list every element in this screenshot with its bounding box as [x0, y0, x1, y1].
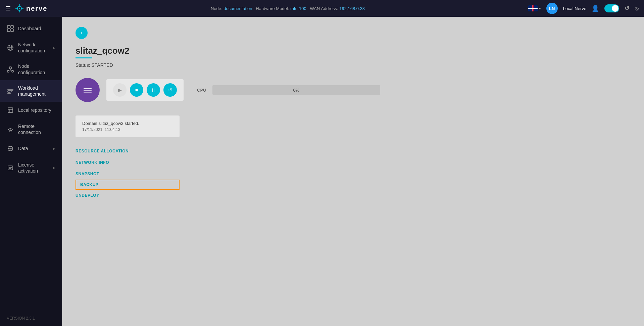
play-button[interactable]: ▶ — [113, 83, 127, 97]
topbar-info: Node: documentation Hardware Model: mfn-… — [51, 6, 524, 11]
title-underline — [76, 57, 92, 58]
svg-rect-16 — [12, 71, 13, 72]
sidebar-item-license-activation[interactable]: License activation ▶ — [0, 157, 62, 179]
chevron-left-icon: ‹ — [81, 30, 82, 36]
toggle-switch[interactable] — [604, 4, 619, 12]
remote-icon — [7, 126, 14, 133]
node-value[interactable]: documentation — [224, 6, 252, 11]
resource-allocation-link[interactable]: RESOURCE ALLOCATION — [76, 145, 180, 157]
svg-rect-33 — [84, 92, 92, 93]
undeploy-link[interactable]: UNDEPLOY — [76, 190, 180, 201]
pause-icon: ⏸ — [151, 87, 156, 93]
controls-area: ▶ ■ ⏸ ↺ — [76, 78, 184, 102]
sidebar: Dashboard Network configuration ▶ — [0, 17, 62, 326]
network-icon — [7, 44, 14, 51]
license-icon — [7, 164, 14, 172]
svg-rect-10 — [11, 29, 13, 32]
ln-badge: LN — [546, 3, 558, 14]
sidebar-item-label: Network configuration — [18, 42, 49, 54]
local-nerve-label: Local Nerve — [563, 6, 586, 11]
hardware-label: Hardware Model: — [256, 6, 289, 11]
main-content: ‹ slitaz_qcow2 Status: STARTED — [62, 17, 644, 326]
status-text: Status: STARTED — [76, 62, 631, 68]
stop-button[interactable]: ■ — [130, 83, 143, 97]
node-icon — [7, 66, 14, 73]
sidebar-item-dashboard[interactable]: Dashboard — [0, 20, 62, 37]
restart-button[interactable]: ↺ — [163, 83, 177, 97]
svg-line-18 — [8, 70, 11, 71]
cpu-row: CPU 0% — [197, 85, 380, 95]
workload-type-icon — [76, 78, 100, 102]
stop-icon: ■ — [135, 87, 138, 93]
status-value: STARTED — [91, 62, 113, 68]
svg-rect-28 — [8, 166, 13, 170]
sidebar-item-workload-management[interactable]: Workload management — [0, 80, 62, 102]
restart-icon: ↺ — [168, 87, 172, 93]
log-timestamp: 17/11/2021, 11:04:13 — [82, 127, 173, 132]
svg-rect-23 — [8, 108, 13, 112]
language-selector[interactable]: ▾ — [528, 5, 541, 11]
svg-line-19 — [10, 70, 13, 71]
user-icon[interactable]: 👤 — [592, 5, 599, 12]
control-buttons: ▶ ■ ⏸ ↺ — [106, 79, 184, 101]
sidebar-item-label: Node configuration — [18, 63, 55, 75]
svg-rect-21 — [8, 91, 12, 92]
hardware-value[interactable]: mfn-100 — [290, 6, 306, 11]
back-button[interactable]: ‹ — [76, 27, 88, 39]
play-icon: ▶ — [118, 87, 122, 93]
svg-point-27 — [8, 146, 13, 148]
logout-icon[interactable]: ⎋ — [635, 5, 639, 12]
chevron-down-icon: ▾ — [539, 6, 541, 11]
chevron-right-icon: ▶ — [53, 46, 55, 50]
section-links: RESOURCE ALLOCATION NETWORK INFO SNAPSHO… — [76, 145, 180, 201]
svg-rect-7 — [7, 26, 10, 28]
nerve-logo: nerve — [15, 4, 47, 13]
workload-title: slitaz_qcow2 — [76, 46, 631, 56]
topbar: ☰ nerve Node: documentation Hardware Mod… — [0, 0, 644, 17]
chevron-right-icon: ▶ — [53, 166, 55, 170]
svg-point-2 — [19, 8, 20, 9]
network-info-link[interactable]: NETWORK INFO — [76, 157, 180, 168]
sidebar-item-data[interactable]: Data ▶ — [0, 140, 62, 157]
workload-icon — [7, 87, 14, 95]
sidebar-item-network-configuration[interactable]: Network configuration ▶ — [0, 37, 62, 58]
pause-button[interactable]: ⏸ — [147, 83, 160, 97]
svg-rect-15 — [7, 71, 9, 72]
node-label: Node: — [211, 6, 222, 11]
wan-label: WAN Address: — [310, 6, 338, 11]
cpu-label: CPU — [197, 88, 207, 93]
sidebar-item-node-configuration[interactable]: Node configuration — [0, 58, 62, 80]
log-message: Domain slitaz_qcow2 started. — [82, 121, 173, 126]
grid-icon — [7, 25, 14, 32]
sidebar-item-remote-connection[interactable]: Remote connection — [0, 119, 62, 140]
sidebar-version: VERSION 2.3.1 — [0, 311, 62, 326]
svg-point-26 — [10, 131, 11, 132]
sidebar-item-local-repository[interactable]: Local repository — [0, 102, 62, 119]
backup-link[interactable]: BACKUP — [76, 180, 180, 190]
svg-rect-20 — [8, 89, 13, 90]
log-box: Domain slitaz_qcow2 started. 17/11/2021,… — [76, 115, 180, 137]
svg-rect-32 — [84, 90, 92, 91]
svg-rect-14 — [9, 67, 11, 69]
hamburger-menu-icon[interactable]: ☰ — [5, 5, 11, 12]
sidebar-item-label: Local repository — [18, 107, 51, 113]
sidebar-item-label: Dashboard — [18, 26, 41, 32]
sidebar-item-label: Data — [18, 145, 28, 151]
cpu-bar: 0% — [212, 85, 380, 95]
refresh-icon[interactable]: ↺ — [625, 5, 630, 12]
sidebar-item-label: Workload management — [18, 85, 55, 97]
data-icon — [7, 145, 14, 152]
repo-icon — [7, 106, 14, 114]
cpu-percent-label: 0% — [212, 88, 380, 93]
sidebar-item-label: Remote connection — [18, 123, 55, 135]
sidebar-item-label: License activation — [18, 162, 49, 174]
chevron-right-icon: ▶ — [53, 147, 55, 150]
nerve-logo-icon — [15, 4, 24, 13]
svg-rect-31 — [84, 88, 92, 89]
status-label: Status: — [76, 62, 90, 68]
svg-rect-9 — [7, 29, 10, 32]
wan-value[interactable]: 192.168.0.33 — [339, 6, 365, 11]
svg-rect-22 — [8, 93, 10, 94]
svg-rect-8 — [11, 26, 13, 28]
snapshot-link[interactable]: SNAPSHOT — [76, 168, 180, 180]
